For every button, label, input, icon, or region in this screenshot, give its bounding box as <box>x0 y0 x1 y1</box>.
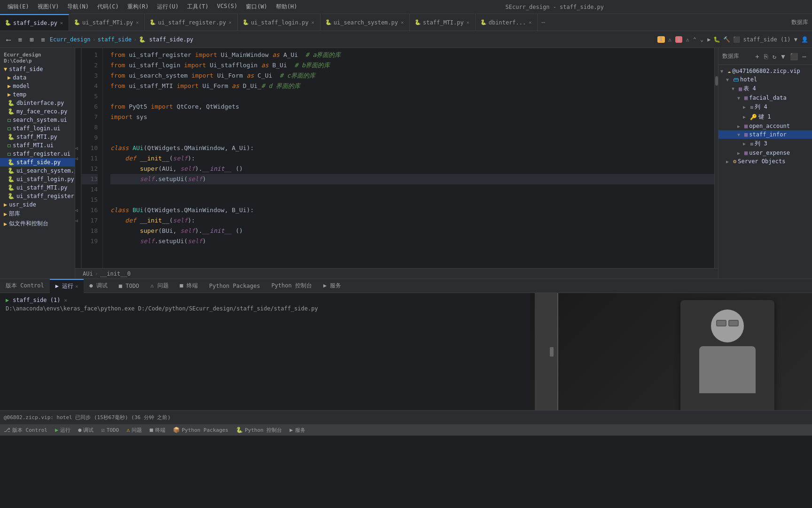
sidebar-item-stafflogin-ui[interactable]: ◻ staff_login.ui <box>0 124 75 133</box>
db-more-btn[interactable]: ⋯ <box>801 52 808 61</box>
settings-btn[interactable]: ≡ <box>15 34 24 45</box>
split-btn[interactable]: ⊞ <box>27 34 36 45</box>
db-refresh-btn[interactable]: ↻ <box>771 52 778 61</box>
tab-close-btn[interactable]: ✕ <box>466 19 470 25</box>
sidebar-item-uistafflogin[interactable]: 🐍 ui_staff_login.py <box>0 175 75 183</box>
breadcrumb-folder[interactable]: staff_side <box>98 36 132 43</box>
menu-code[interactable]: 代码(C) <box>94 2 123 12</box>
run-config-label[interactable]: staff_side (1) ▼ <box>743 36 797 43</box>
sidebar-item-myfacereco[interactable]: 🐍 my_face_reco.py <box>0 107 75 116</box>
close-run-tab[interactable]: ✕ <box>64 297 67 303</box>
term-tab-todo[interactable]: ■ TODO <box>113 279 145 293</box>
menu-help[interactable]: 帮助(H) <box>272 2 301 12</box>
editor-scrollbar[interactable] <box>714 48 718 268</box>
menu-bar[interactable]: 编辑(E) 视图(V) 导航(N) 代码(C) 重构(R) 运行(U) 工具(T… <box>4 2 301 12</box>
git-icon[interactable]: 👤 <box>801 36 808 43</box>
status-debug[interactable]: ● 调试 <box>78 427 94 434</box>
tab-close-btn[interactable]: ✕ <box>59 20 64 26</box>
db-server-objects[interactable]: ▶ ⚙ Server Objects <box>718 157 812 166</box>
sidebar-item-library[interactable]: ▶ 部库 <box>0 209 75 219</box>
db-key-1[interactable]: ▶ 🔑 键 1 <box>718 112 812 122</box>
sidebar-item-staffside-py[interactable]: 🐍 staff_side.py <box>0 158 75 167</box>
menu-refactor[interactable]: 重构(R) <box>124 2 153 12</box>
tab-staff-mti[interactable]: 🐍 staff_MTI.py ✕ <box>410 14 476 31</box>
scroll-down[interactable]: ⌄ <box>700 36 703 43</box>
db-add-btn[interactable]: + <box>753 52 761 61</box>
status-services[interactable]: ▶ 服务 <box>289 427 305 434</box>
tab-ui-staff-login[interactable]: 🐍 ui_staff_login.py ✕ <box>238 14 320 31</box>
build-btn[interactable]: 🔨 <box>723 36 730 43</box>
more-btn[interactable]: ≡ <box>38 34 47 45</box>
tab-dbinterf[interactable]: 🐍 dbinterf... ✕ <box>476 14 538 31</box>
status-run[interactable]: ▶ 运行 <box>55 427 70 434</box>
menu-edit[interactable]: 编辑(E) <box>4 2 33 12</box>
db-stop-btn[interactable]: ⬛ <box>788 52 800 61</box>
tab-close-btn[interactable]: ✕ <box>135 19 140 25</box>
sidebar-item-uisearch[interactable]: 🐍 ui_search_system.py <box>0 167 75 175</box>
sidebar-item-scratch[interactable]: ▶ 似文件和控制台 <box>0 219 75 229</box>
db-facial-data[interactable]: ▼ ▦ facial_data <box>718 94 812 102</box>
sidebar-item-uistaffmti[interactable]: 🐍 ui_staff_MTI.py <box>0 183 75 192</box>
term-tab-packages[interactable]: Python Packages <box>203 279 265 293</box>
db-tables-group[interactable]: ▼ ▦ 表 4 <box>718 84 812 94</box>
status-problems[interactable]: ⚠ 问题 <box>126 427 142 434</box>
sidebar-item-searchsystem[interactable]: ◻ search_system.ui <box>0 116 75 124</box>
menu-run[interactable]: 运行(U) <box>153 2 182 12</box>
sidebar-item-staffmti-ui[interactable]: ◻ staff_MTI.ui <box>0 141 75 150</box>
tab-overflow-btn[interactable]: ⋯ <box>538 19 549 26</box>
db-open-account[interactable]: ▶ ▦ open_account <box>718 122 812 130</box>
status-packages[interactable]: 📦 Python Packages <box>173 427 228 433</box>
db-filter-btn[interactable]: ▼ <box>779 52 787 61</box>
menu-view[interactable]: 视图(V) <box>34 2 63 12</box>
term-tab-vcs[interactable]: 版本 Control <box>0 279 50 293</box>
term-tab-debug[interactable]: ● 调试 <box>84 279 113 293</box>
terminal-output[interactable]: ▶ staff_side (1) ✕ D:\anaconda\envs\kera… <box>0 293 530 410</box>
scroll-controls[interactable]: ⌃ <box>693 36 696 43</box>
sidebar-item-model[interactable]: ▶ model <box>0 82 75 90</box>
menu-nav[interactable]: 导航(N) <box>63 2 93 12</box>
tab-ui-staff-register[interactable]: 🐍 ui_staff_register.py ✕ <box>145 14 238 31</box>
status-todo[interactable]: ☑ TODO <box>101 427 119 433</box>
tab-close-btn[interactable]: ✕ <box>228 19 233 25</box>
tab-close-btn[interactable]: ✕ <box>311 19 315 25</box>
term-tab-services[interactable]: ▶ 服务 <box>318 279 347 293</box>
back-btn[interactable]: ⟵ <box>4 34 13 45</box>
code-lines[interactable]: from ui_staff_register import Ui_MainWin… <box>103 48 714 268</box>
tab-ui-search-system[interactable]: 🐍 ui_search_system.py ✕ <box>320 14 410 31</box>
breadcrumb-project[interactable]: Ecurr_design <box>50 36 91 43</box>
db-server-item[interactable]: ▼ ☁ @u471606802.zicp.vip <box>718 67 812 75</box>
tab-close-icon[interactable]: ✕ <box>75 284 78 289</box>
sidebar-item-temp[interactable]: ▶ temp <box>0 90 75 99</box>
sidebar-item-usrside[interactable]: ▶ usr_side <box>0 200 75 209</box>
status-pyconsole[interactable]: 🐍 Python 控制台 <box>236 427 282 434</box>
menu-window[interactable]: 窗口(W) <box>242 2 271 12</box>
db-user-expense[interactable]: ▶ ▦ user_expense <box>718 149 812 157</box>
term-tab-terminal[interactable]: ■ 终端 <box>174 279 203 293</box>
menu-tools[interactable]: 工具(T) <box>183 2 212 12</box>
menu-vcs[interactable]: VCS(S) <box>213 2 241 12</box>
status-vcs[interactable]: ⎇ 版本 Control <box>4 427 47 434</box>
db-hotel[interactable]: ▼ 🗃 hotel <box>718 75 812 84</box>
tab-ui-staff-mti[interactable]: 🐍 ui_staff_MTi.py ✕ <box>69 14 145 31</box>
err-count[interactable]: 1 ⚠ <box>675 36 689 43</box>
db-copy-btn[interactable]: ⎘ <box>762 52 770 61</box>
warn-count[interactable]: 1 ⚠ <box>657 36 671 43</box>
sidebar-item-uistaffreg[interactable]: 🐍 ui_staff_register.py <box>0 192 75 200</box>
term-tab-problems[interactable]: ⚠ 问题 <box>145 279 174 293</box>
term-tab-run[interactable]: ▶ 运行 ✕ <box>50 279 84 293</box>
db-label[interactable]: 数据库 <box>791 18 808 26</box>
sidebar-item-data[interactable]: ▶ data <box>0 73 75 82</box>
stop-btn[interactable]: ⬛ <box>733 36 740 43</box>
term-tab-console[interactable]: Python 控制台 <box>265 279 318 293</box>
run-btn[interactable]: ▶ <box>707 36 710 43</box>
tab-close-btn[interactable]: ✕ <box>400 19 405 25</box>
status-terminal[interactable]: ■ 终端 <box>149 427 165 434</box>
db-col-4[interactable]: ▶ ≡ 列 4 <box>718 102 812 112</box>
sidebar-item-staff-side[interactable]: ▼ staff_side <box>0 65 75 73</box>
db-col-3[interactable]: ▶ ≡ 列 3 <box>718 139 812 149</box>
sidebar-item-staffmti-py[interactable]: 🐍 staff_MTI.py <box>0 133 75 141</box>
scrollbar-thumb[interactable] <box>715 76 718 86</box>
tab-staff-side-py[interactable]: 🐍 staff_side.py ✕ <box>0 14 69 31</box>
tab-close-btn[interactable]: ✕ <box>528 19 532 25</box>
debug-btn[interactable]: 🐛 <box>713 36 720 43</box>
